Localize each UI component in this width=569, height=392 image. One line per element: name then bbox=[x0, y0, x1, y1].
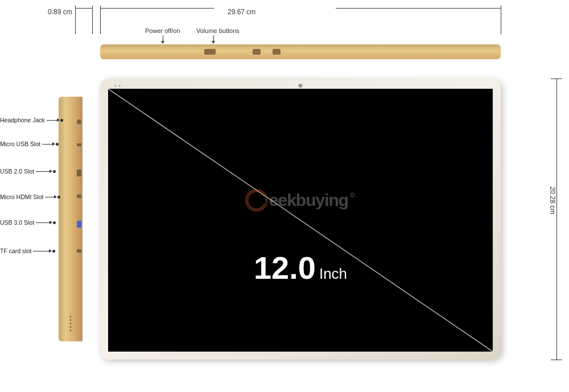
microusb-label: Micro USB Slot bbox=[0, 141, 40, 147]
microhdmi-arrowhead bbox=[54, 195, 57, 199]
screen-size-inch: Inch bbox=[319, 265, 347, 283]
microusb-arrowhead bbox=[52, 142, 55, 146]
top-tablet-view bbox=[100, 44, 501, 59]
tfcard-arrow-line bbox=[33, 251, 49, 251]
screen-size-number: 12.0 bbox=[254, 249, 316, 286]
annotation-tfcard: TF card slot bbox=[0, 247, 55, 254]
diagonal-line bbox=[108, 89, 493, 352]
usb20-label: USB 2.0 Slot bbox=[0, 168, 34, 175]
right-dim-label: 20.28 cm bbox=[548, 187, 556, 214]
right-dim-bottom-tick bbox=[551, 360, 562, 360]
logo-brand-text: eekbuying bbox=[269, 191, 348, 210]
headphone-port bbox=[77, 119, 81, 124]
top-width-label: 0.89 cm bbox=[48, 8, 72, 16]
microhdmi-port bbox=[77, 195, 81, 198]
usb30-label: USB 3.0 Slot bbox=[0, 219, 34, 226]
volume-arrowhead bbox=[212, 41, 215, 44]
usb20-arrow-line bbox=[36, 171, 50, 172]
power-arrowhead bbox=[161, 41, 164, 44]
geekbuying-logo: eekbuying ⚙ bbox=[245, 189, 356, 212]
microhdmi-arrow-line bbox=[45, 197, 54, 197]
microhdmi-dot bbox=[57, 196, 60, 199]
speaker-holes bbox=[70, 316, 72, 331]
volume-label: Volume buttons bbox=[196, 27, 240, 34]
main-width-h-line-left bbox=[100, 8, 214, 9]
tablet-screen: eekbuying ⚙ 12.0 Inch bbox=[108, 89, 493, 352]
usb20-port bbox=[77, 170, 81, 176]
usb30-arrowhead bbox=[50, 221, 52, 224]
annotation-microhdmi: Micro HDMI Slot bbox=[0, 193, 60, 200]
usb30-port bbox=[77, 221, 81, 228]
annotation-microusb: Micro USB Slot bbox=[0, 141, 59, 147]
main-width-label: 29.67 cm bbox=[228, 8, 255, 16]
top-width-value: 0.89 cm bbox=[48, 8, 72, 16]
volume-text: Volume buttons bbox=[196, 27, 240, 34]
gear-icon: ⚙ bbox=[349, 191, 356, 199]
usb20-dot bbox=[53, 170, 56, 173]
tfcard-port bbox=[77, 249, 81, 253]
top-dim-left-tick bbox=[75, 6, 76, 34]
headphone-label: Headphone Jack bbox=[0, 117, 45, 123]
volume-slot-2 bbox=[273, 49, 281, 55]
svg-line-0 bbox=[108, 89, 493, 352]
side-tablet-view bbox=[59, 97, 83, 341]
main-width-right-tick bbox=[501, 6, 501, 34]
power-slot bbox=[204, 49, 216, 55]
microhdmi-label: Micro HDMI Slot bbox=[0, 193, 43, 200]
camera-dot bbox=[299, 84, 303, 88]
main-width-h-line-right bbox=[336, 8, 501, 9]
tablet-bezel: eekbuying ⚙ 12.0 Inch bbox=[100, 79, 501, 360]
main-width-left-tick bbox=[100, 6, 101, 34]
usb30-dot bbox=[53, 221, 56, 224]
microusb-port bbox=[77, 143, 81, 146]
top-dim-right-tick bbox=[92, 6, 93, 34]
main-tablet-view: eekbuying ⚙ 12.0 Inch bbox=[100, 79, 501, 360]
microusb-arrow-line bbox=[42, 144, 52, 145]
right-dim-v-line bbox=[556, 79, 557, 360]
tfcard-label: TF card slot bbox=[0, 247, 31, 254]
power-text: Power off/on bbox=[145, 27, 180, 34]
headphone-arrowhead bbox=[57, 118, 60, 122]
annotation-headphone: Headphone Jack bbox=[0, 117, 63, 123]
top-dim-h-line bbox=[75, 8, 92, 9]
headphone-dot bbox=[60, 119, 63, 122]
usb30-arrow-line bbox=[36, 222, 50, 223]
tfcard-dot bbox=[52, 250, 55, 253]
tfcard-arrowhead bbox=[49, 249, 52, 253]
microusb-dot bbox=[56, 143, 59, 146]
power-label: Power off/on bbox=[145, 27, 180, 34]
headphone-arrow-line bbox=[47, 120, 57, 121]
usb20-arrowhead bbox=[50, 170, 52, 173]
logo-g-circle bbox=[245, 189, 268, 212]
main-width-value: 29.67 cm bbox=[228, 8, 255, 16]
annotation-usb30: USB 3.0 Slot bbox=[0, 219, 56, 226]
volume-slot-1 bbox=[253, 49, 261, 55]
speaker-indicator bbox=[114, 85, 121, 87]
annotation-usb20: USB 2.0 Slot bbox=[0, 168, 56, 175]
height-value: 20.28 cm bbox=[548, 187, 556, 214]
screen-size-display: 12.0 Inch bbox=[254, 249, 347, 286]
